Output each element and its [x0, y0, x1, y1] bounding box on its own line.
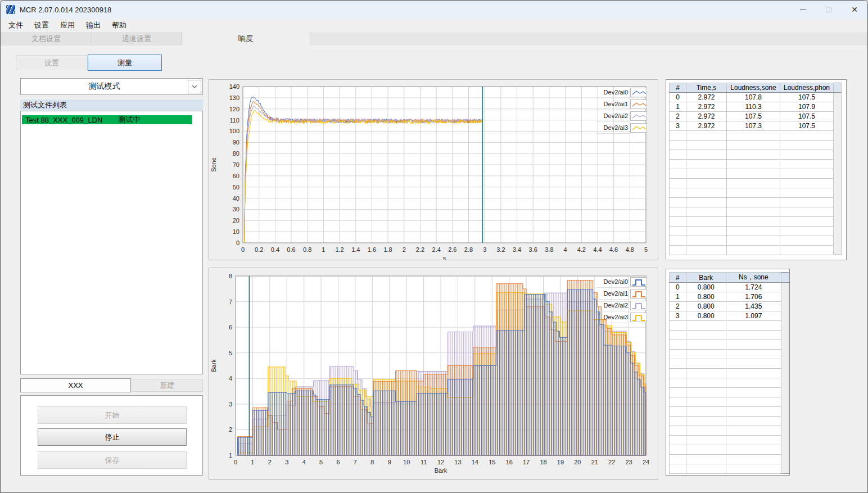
table-cell: 0 — [670, 283, 686, 292]
table-cell: 107.5 — [780, 112, 834, 121]
table-row[interactable]: 32.972107.3107.5 — [670, 121, 842, 131]
maximize-icon — [826, 7, 831, 12]
menu-bar: 文件 设置 应用 输出 帮助 — [1, 19, 867, 32]
table-empty-row[interactable] — [670, 141, 842, 150]
table-empty-row[interactable] — [670, 207, 842, 217]
stop-button[interactable]: 停止 — [38, 428, 187, 446]
table-empty-row[interactable] — [670, 236, 842, 246]
table-empty-row[interactable] — [670, 426, 789, 436]
table-empty-row[interactable] — [670, 445, 789, 455]
table-empty-row[interactable] — [670, 179, 842, 188]
legend-label: Dev2/ai0 — [596, 276, 630, 288]
svg-text:0: 0 — [236, 239, 239, 246]
svg-text:1.8: 1.8 — [383, 246, 392, 253]
list-item-test-file[interactable]: Test 88_XXX_009_LDN 测试中 — [22, 115, 192, 124]
table-cell: 110.3 — [727, 102, 780, 112]
svg-text:20: 20 — [574, 459, 581, 465]
menu-settings[interactable]: 设置 — [29, 19, 55, 31]
close-button[interactable]: ✕ — [842, 1, 867, 19]
table-empty-row[interactable] — [670, 388, 789, 397]
table-empty-row[interactable] — [670, 321, 789, 331]
table-empty-row[interactable] — [670, 455, 789, 464]
table-empty-row[interactable] — [670, 188, 842, 198]
table-row[interactable]: 30.8001.097 — [670, 311, 789, 321]
svg-text:120: 120 — [229, 106, 239, 112]
svg-text:8: 8 — [370, 459, 374, 465]
table-empty-row[interactable] — [670, 217, 842, 227]
title-bar: MCR 2.07.0.014 202300918 ✕ — [1, 1, 867, 19]
menu-help[interactable]: 帮助 — [106, 19, 132, 31]
loudness-time-chart[interactable]: 00.20.40.60.811.21.41.61.822.22.42.62.83… — [209, 80, 658, 260]
table-empty-row[interactable] — [670, 150, 842, 160]
table-empty-row[interactable] — [670, 436, 789, 445]
table-empty-row[interactable] — [670, 331, 789, 340]
table-header-row: #BarkNs，sone — [670, 273, 789, 283]
table-empty-row[interactable] — [670, 417, 789, 426]
legend-item[interactable]: Dev2/ai1 — [596, 288, 647, 300]
svg-text:Sone: Sone — [210, 157, 217, 172]
legend-item[interactable]: Dev2/ai2 — [596, 110, 647, 122]
xxx-button[interactable]: XXX — [20, 378, 131, 392]
bark-chart[interactable]: 0123456789101112131415161718192021222324… — [209, 268, 658, 479]
measure-button[interactable]: 测量 — [88, 55, 162, 71]
table-cell: 1.706 — [726, 292, 781, 302]
legend-swatch-icon — [630, 123, 647, 133]
menu-file[interactable]: 文件 — [3, 19, 29, 31]
legend-item[interactable]: Dev2/ai0 — [596, 87, 647, 98]
table-empty-row[interactable] — [670, 169, 842, 179]
table-empty-row[interactable] — [670, 160, 842, 169]
data-table[interactable]: #BarkNs，sone00.8001.72410.8001.70620.800… — [669, 272, 789, 474]
legend-item[interactable]: Dev2/ai3 — [596, 122, 647, 134]
table-empty-row[interactable] — [670, 407, 789, 417]
table-empty-row[interactable] — [670, 369, 789, 378]
save-button[interactable]: 保存 — [38, 451, 187, 469]
table-empty-row[interactable] — [670, 359, 789, 369]
svg-text:0: 0 — [234, 459, 237, 465]
start-button[interactable]: 开始 — [38, 406, 187, 424]
svg-text:2.2: 2.2 — [416, 246, 424, 253]
legend-item[interactable]: Dev2/ai2 — [596, 300, 647, 311]
new-button[interactable]: 新建 — [132, 379, 203, 392]
table-row[interactable]: 22.972107.5107.5 — [670, 112, 842, 121]
menu-apply[interactable]: 应用 — [55, 19, 80, 31]
table-row[interactable]: 12.972110.3107.9 — [670, 102, 842, 112]
tab-document-settings[interactable]: 文档设置 — [1, 32, 92, 46]
tab-loudness[interactable]: 响度 — [182, 32, 310, 46]
svg-text:24: 24 — [643, 459, 649, 465]
table-empty-row[interactable] — [670, 350, 789, 359]
table-empty-row[interactable] — [670, 397, 789, 407]
table-empty-row[interactable] — [670, 131, 842, 141]
table-empty-row[interactable] — [670, 227, 842, 236]
app-icon — [6, 5, 15, 14]
table-row[interactable]: 20.8001.435 — [670, 302, 789, 311]
test-mode-dropdown[interactable]: 测试模式 — [20, 78, 203, 95]
settings-button[interactable]: 设置 — [16, 55, 88, 70]
chevron-down-icon[interactable] — [188, 80, 201, 93]
test-file-listbox[interactable]: Test 88_XXX_009_LDN 测试中 — [20, 111, 203, 374]
legend-item[interactable]: Dev2/ai1 — [596, 98, 647, 110]
table-cell: 107.5 — [727, 112, 780, 121]
svg-text:3.4: 3.4 — [513, 246, 521, 253]
minimize-button[interactable] — [790, 1, 816, 19]
maximize-button[interactable] — [816, 1, 842, 19]
legend-item[interactable]: Dev2/ai3 — [596, 311, 647, 323]
svg-text:15: 15 — [489, 459, 495, 465]
table-empty-row[interactable] — [670, 198, 842, 207]
svg-text:2: 2 — [229, 426, 232, 433]
svg-text:17: 17 — [523, 459, 530, 465]
table-row[interactable]: 02.972107.8107.5 — [670, 93, 842, 102]
table-cell: 1 — [670, 292, 686, 302]
table-empty-row[interactable] — [670, 246, 842, 255]
table-header-row: #Time,sLoudness,soneLoudness,phon — [670, 83, 842, 93]
legend-label: Dev2/ai3 — [596, 311, 630, 323]
legend-item[interactable]: Dev2/ai0 — [596, 276, 647, 288]
menu-output[interactable]: 输出 — [80, 19, 106, 31]
data-table[interactable]: #Time,sLoudness,soneLoudness,phon02.9721… — [669, 83, 842, 255]
table-empty-row[interactable] — [670, 378, 789, 388]
svg-text:3: 3 — [285, 459, 288, 465]
table-empty-row[interactable] — [670, 340, 789, 350]
table-empty-row[interactable] — [670, 464, 789, 474]
tab-channel-settings[interactable]: 通道设置 — [92, 32, 182, 46]
table-row[interactable]: 10.8001.706 — [670, 292, 789, 302]
table-row[interactable]: 00.8001.724 — [670, 283, 789, 292]
